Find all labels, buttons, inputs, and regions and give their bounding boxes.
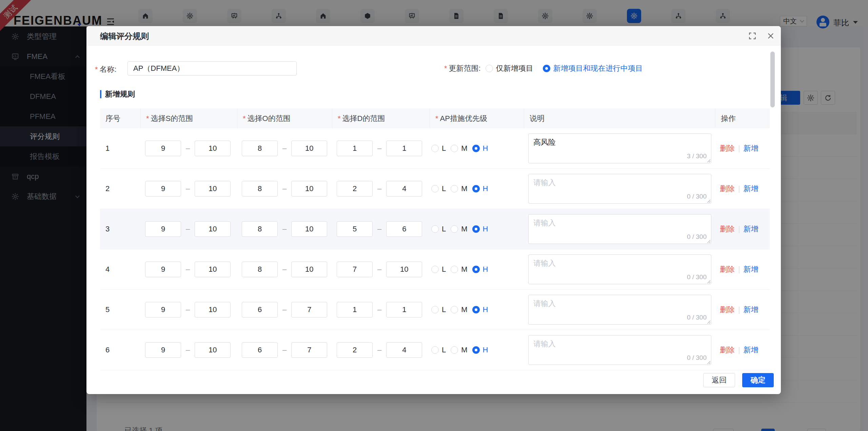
op-divider: | <box>738 144 740 153</box>
d-min-input[interactable] <box>337 302 373 317</box>
col-header-ap: *AP措施优先级 <box>430 108 524 128</box>
add-rule-link[interactable]: 新增 <box>744 264 758 274</box>
delete-rule-link[interactable]: 删除 <box>720 224 735 234</box>
radio-checked-icon[interactable] <box>472 145 480 152</box>
delete-rule-link[interactable]: 删除 <box>720 264 735 274</box>
priority-option-l[interactable]: L <box>431 225 446 233</box>
name-input[interactable] <box>127 61 297 76</box>
d-max-input[interactable] <box>386 181 422 197</box>
d-max-input[interactable] <box>386 141 422 156</box>
add-rule-link[interactable]: 新增 <box>744 184 758 194</box>
delete-rule-link[interactable]: 删除 <box>720 305 735 315</box>
o-max-input[interactable] <box>291 181 327 197</box>
description-input[interactable] <box>528 335 711 365</box>
d-max-input[interactable] <box>386 262 422 277</box>
priority-option-h[interactable]: H <box>472 265 488 274</box>
char-counter: 3 / 300 <box>687 152 707 160</box>
o-min-input[interactable] <box>242 181 278 197</box>
modal-scrollbar-thumb[interactable] <box>770 52 775 107</box>
o-min-input[interactable] <box>242 221 278 237</box>
rule-row-6: 6 – – – L M H 0 / 300 删除|新增 <box>100 330 770 370</box>
s-min-input[interactable] <box>145 262 181 277</box>
priority-option-m[interactable]: M <box>451 225 467 233</box>
o-min-input[interactable] <box>242 302 278 317</box>
s-max-input[interactable] <box>195 342 231 358</box>
s-min-input[interactable] <box>145 221 181 237</box>
edit-scoring-rules-modal: 编辑评分规则 *名称: *更新范围: 仅新增项目 新增项目和现在进行中项目 新增… <box>86 26 781 394</box>
priority-option-l[interactable]: L <box>431 144 446 153</box>
priority-option-h[interactable]: H <box>472 305 488 314</box>
priority-option-l[interactable]: L <box>431 305 446 314</box>
s-max-input[interactable] <box>195 262 231 277</box>
add-rule-link[interactable]: 新增 <box>744 143 758 153</box>
delete-rule-link[interactable]: 删除 <box>720 143 735 153</box>
o-max-input[interactable] <box>291 302 327 317</box>
radio-icon[interactable] <box>451 145 458 152</box>
d-max-input[interactable] <box>386 302 422 317</box>
description-input[interactable] <box>528 295 711 325</box>
col-header-d: *选择D的范围 <box>332 108 430 128</box>
description-input[interactable] <box>528 174 711 204</box>
o-max-input[interactable] <box>291 262 327 277</box>
s-min-input[interactable] <box>145 342 181 358</box>
d-min-input[interactable] <box>337 262 373 277</box>
description-input[interactable] <box>528 214 711 244</box>
d-min-input[interactable] <box>337 141 373 156</box>
rule-seq: 1 <box>100 128 141 168</box>
o-min-input[interactable] <box>242 262 278 277</box>
priority-option-m[interactable]: M <box>451 305 467 314</box>
d-min-input[interactable] <box>337 221 373 237</box>
rules-table: 序号 *选择S的范围 *选择O的范围 *选择D的范围 *AP措施优先级 说明 操… <box>100 108 770 370</box>
radio-icon[interactable] <box>486 65 493 72</box>
scope-option-new-and-ongoing[interactable]: 新增项目和现在进行中项目 <box>543 63 643 74</box>
d-max-input[interactable] <box>386 342 422 358</box>
priority-option-m[interactable]: M <box>451 265 467 274</box>
char-counter: 0 / 300 <box>687 354 707 362</box>
radio-checked-icon[interactable] <box>543 65 550 72</box>
d-min-input[interactable] <box>337 342 373 358</box>
delete-rule-link[interactable]: 删除 <box>720 184 735 194</box>
o-min-input[interactable] <box>242 342 278 358</box>
rule-row-5: 5 – – – L M H 0 / 300 删除|新增 <box>100 290 770 330</box>
s-max-input[interactable] <box>195 221 231 237</box>
radio-icon[interactable] <box>431 145 439 152</box>
rule-row-3: 3 – – – L M H 0 / 300 删除|新增 <box>100 209 770 249</box>
o-min-input[interactable] <box>242 141 278 156</box>
description-input[interactable] <box>528 254 711 284</box>
priority-option-m[interactable]: M <box>451 346 467 354</box>
s-min-input[interactable] <box>145 181 181 197</box>
fullscreen-icon[interactable] <box>748 32 757 40</box>
add-rule-link[interactable]: 新增 <box>744 224 758 234</box>
rule-row-1: 1 – – – L M H 高风险3 / 300 删除|新增 <box>100 128 770 169</box>
priority-option-m[interactable]: M <box>451 184 467 193</box>
add-rule-link[interactable]: 新增 <box>744 345 758 355</box>
priority-option-l[interactable]: L <box>431 265 446 274</box>
scope-option-new-only[interactable]: 仅新增项目 <box>486 63 533 74</box>
back-button[interactable]: 返回 <box>703 373 735 387</box>
o-max-input[interactable] <box>291 221 327 237</box>
o-max-input[interactable] <box>291 141 327 156</box>
s-min-input[interactable] <box>145 141 181 156</box>
s-max-input[interactable] <box>195 302 231 317</box>
s-max-input[interactable] <box>195 141 231 156</box>
d-min-input[interactable] <box>337 181 373 197</box>
confirm-button[interactable]: 确定 <box>742 373 774 387</box>
priority-option-l[interactable]: L <box>431 184 446 193</box>
d-max-input[interactable] <box>386 221 422 237</box>
priority-option-m[interactable]: M <box>451 144 467 153</box>
priority-option-h[interactable]: H <box>472 144 488 153</box>
o-max-input[interactable] <box>291 342 327 358</box>
modal-footer: 返回 确定 <box>703 373 774 387</box>
s-min-input[interactable] <box>145 302 181 317</box>
name-label: *名称: <box>95 64 117 75</box>
modal-title: 编辑评分规则 <box>100 31 149 42</box>
add-rule-link[interactable]: 新增 <box>744 305 758 315</box>
priority-option-h[interactable]: H <box>472 184 488 193</box>
priority-option-h[interactable]: H <box>472 346 488 354</box>
priority-option-h[interactable]: H <box>472 225 488 233</box>
close-icon[interactable] <box>766 32 775 40</box>
delete-rule-link[interactable]: 删除 <box>720 345 735 355</box>
priority-option-l[interactable]: L <box>431 346 446 354</box>
s-max-input[interactable] <box>195 181 231 197</box>
description-input[interactable]: 高风险 <box>528 134 711 163</box>
